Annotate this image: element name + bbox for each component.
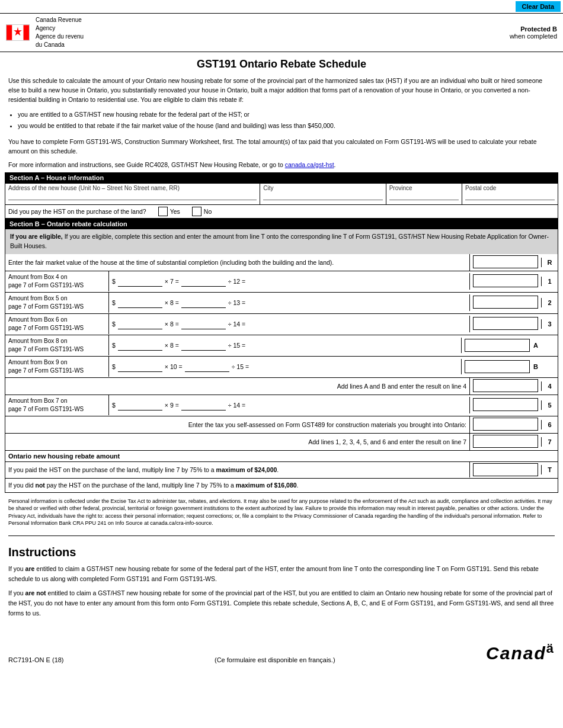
land-question-row: Did you pay the HST on the purchase of t…	[5, 205, 558, 219]
svg-rect-2	[24, 25, 30, 40]
line1-desc: Amount from Box 4 onpage 7 of Form GST19…	[5, 271, 109, 291]
postal-code-cell: Postal code	[462, 184, 558, 204]
line4-result[interactable]	[473, 379, 538, 392]
label-a: A	[533, 342, 538, 349]
lineb-result[interactable]	[465, 360, 530, 373]
fair-market-input[interactable]	[473, 255, 538, 268]
protected-b-label: Protected B when completed	[510, 25, 557, 40]
line2-number: 2	[541, 298, 558, 307]
line1-input2[interactable]	[181, 276, 226, 287]
line5-input1[interactable]	[118, 400, 162, 410]
address-input[interactable]	[8, 193, 257, 200]
linea-result[interactable]	[465, 339, 530, 352]
line3-input2[interactable]	[181, 319, 226, 329]
line6-result[interactable]	[473, 418, 538, 431]
add-ab-label: Add lines A and B and enter the result o…	[5, 381, 469, 392]
line3-number: 3	[541, 319, 558, 329]
ontario-rebate-header: Ontario new housing rebate amount	[5, 451, 558, 462]
line-t-number: T	[541, 465, 558, 474]
province-input[interactable]	[389, 193, 459, 200]
instructions-para1: If you are entitled to claim a GST/HST n…	[8, 564, 555, 584]
bullet-item-1: you are entitled to a GST/HST new housin…	[18, 110, 555, 120]
lineb-input2[interactable]	[185, 361, 229, 372]
logo-area: Canada Revenue Agency Agence du revenu d…	[6, 16, 84, 49]
cra-link[interactable]: canada.ca/gst-hst	[285, 161, 334, 168]
linea-input2[interactable]	[181, 340, 226, 351]
line2-result[interactable]	[473, 296, 538, 309]
line7-label: Add lines 1, 2, 3, 4, 5, and 6 and enter…	[5, 437, 469, 447]
line5-number: 5	[541, 400, 558, 410]
line4-number: 4	[541, 381, 558, 391]
line3-input1[interactable]	[118, 319, 162, 329]
line-r-label: R	[541, 258, 558, 267]
intro-paragraph: Use this schedule to calculate the amoun…	[0, 74, 563, 108]
section-b-header: Section B – Ontario rebate calculation	[5, 219, 558, 229]
privacy-text: Personal information is collected under …	[0, 493, 563, 532]
section-a-header: Section A – House information	[5, 172, 558, 183]
address-cell: Address of the new house (Unit No – Stre…	[5, 184, 260, 204]
city-input[interactable]	[263, 193, 382, 200]
line-b-desc: Amount from Box 9 onpage 7 of Form GST19…	[5, 357, 109, 377]
instructions-title: Instructions	[8, 546, 555, 559]
fair-market-label: Enter the fair market value of the house…	[5, 257, 469, 268]
line-t-yes-label: If you paid the HST on the purchase of t…	[5, 464, 469, 475]
canada-flag-icon	[6, 24, 30, 41]
eligible-notice: If you are eligible, If you are eligible…	[5, 229, 558, 254]
line-t-no-label: If you did not pay the HST on the purcha…	[5, 480, 558, 490]
intro-para2: You have to complete Form GST191-WS, Con…	[0, 135, 563, 159]
line3-result[interactable]	[473, 317, 538, 330]
intro-para3: For more information and instructions, s…	[0, 158, 563, 172]
land-question-label: Did you pay the HST on the purchase of t…	[8, 208, 146, 215]
yes-option: Yes	[158, 207, 180, 216]
city-cell: City	[260, 184, 386, 204]
linea-spacer	[541, 344, 558, 347]
bullet-item-2: you would be entitled to that rebate if …	[18, 121, 555, 131]
line1-number: 1	[541, 277, 558, 286]
no-checkbox[interactable]	[192, 207, 201, 216]
form-code: RC7191-ON E (18)	[8, 656, 64, 663]
line-a-desc: Amount from Box 8 onpage 7 of Form GST19…	[5, 335, 109, 355]
canada-logo: Canadä	[486, 641, 555, 663]
line1-result[interactable]	[473, 274, 538, 287]
agency-name: Canada Revenue Agency Agence du revenu d…	[36, 16, 84, 49]
svg-rect-0	[7, 25, 12, 40]
lineb-spacer	[541, 365, 558, 368]
label-b: B	[533, 363, 538, 370]
line7-number: 7	[541, 437, 558, 447]
instructions-section: Instructions If you are entitled to clai…	[0, 540, 563, 629]
line1-input1[interactable]	[118, 276, 162, 287]
clear-data-button[interactable]: Clear Data	[516, 1, 561, 12]
line2-input2[interactable]	[181, 297, 226, 308]
line2-desc: Amount from Box 5 onpage 7 of Form GST19…	[5, 293, 109, 313]
lineb-input1[interactable]	[118, 361, 162, 372]
form-title: GST191 Ontario Rebate Schedule	[0, 52, 563, 74]
instructions-para2: If you are not entitled to claim a GST/H…	[8, 588, 555, 618]
line5-desc: Amount from Box 7 onpage 7 of Form GST19…	[5, 395, 109, 415]
province-cell: Province	[386, 184, 462, 204]
line3-desc: Amount from Box 6 onpage 7 of Form GST19…	[5, 314, 109, 334]
line5-result[interactable]	[473, 398, 538, 411]
line2-input1[interactable]	[118, 297, 162, 308]
line-t-result[interactable]	[473, 463, 538, 476]
line5-input2[interactable]	[181, 400, 226, 410]
line6-number: 6	[541, 420, 558, 429]
line6-label: Enter the tax you self-assessed on Form …	[5, 419, 469, 430]
no-option: No	[192, 207, 212, 216]
line7-result[interactable]	[473, 435, 538, 448]
yes-checkbox[interactable]	[158, 207, 168, 216]
postal-code-input[interactable]	[465, 193, 555, 200]
linea-input1[interactable]	[118, 340, 162, 351]
bullet-list: you are entitled to a GST/HST new housin…	[0, 108, 563, 135]
footer: RC7191-ON E (18) (Ce formulaire est disp…	[0, 629, 563, 669]
french-notice: (Ce formulaire est disponible en françai…	[215, 656, 335, 663]
